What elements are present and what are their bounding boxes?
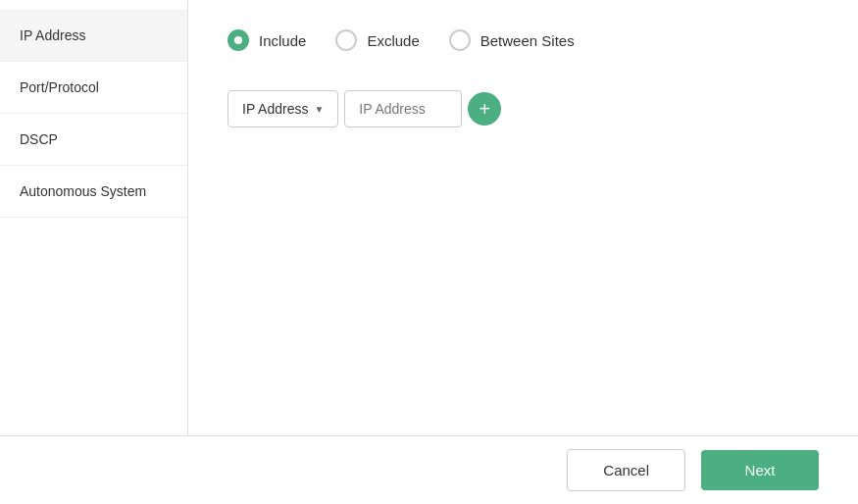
sidebar: IP Address Port/Protocol DSCP Autonomous… bbox=[0, 0, 188, 504]
sidebar-ip-address-label: IP Address bbox=[20, 27, 85, 43]
sidebar-item-dscp[interactable]: DSCP bbox=[0, 114, 187, 166]
ip-type-dropdown[interactable]: IP Address ▼ bbox=[227, 90, 338, 127]
sidebar-dscp-label: DSCP bbox=[20, 131, 58, 147]
main-container: IP Address Port/Protocol DSCP Autonomous… bbox=[0, 0, 858, 504]
radio-label-between-sites: Between Sites bbox=[480, 32, 575, 49]
radio-option-exclude[interactable]: Exclude bbox=[335, 29, 419, 51]
radio-circle-exclude bbox=[335, 29, 357, 51]
sidebar-item-ip-address[interactable]: IP Address bbox=[0, 10, 187, 62]
bottom-bar: Cancel Next bbox=[0, 435, 858, 504]
sidebar-autonomous-system-label: Autonomous System bbox=[20, 183, 146, 199]
plus-icon: + bbox=[479, 99, 491, 119]
sidebar-item-port-protocol[interactable]: Port/Protocol bbox=[0, 62, 187, 114]
sidebar-port-protocol-label: Port/Protocol bbox=[20, 79, 99, 95]
add-button[interactable]: + bbox=[468, 92, 501, 126]
sidebar-item-autonomous-system[interactable]: Autonomous System bbox=[0, 166, 187, 218]
radio-option-between-sites[interactable]: Between Sites bbox=[449, 29, 575, 51]
cancel-button[interactable]: Cancel bbox=[567, 449, 685, 491]
radio-circle-include bbox=[227, 29, 249, 51]
radio-label-include: Include bbox=[259, 32, 306, 49]
input-row: IP Address ▼ + bbox=[227, 90, 819, 127]
next-button[interactable]: Next bbox=[701, 450, 819, 490]
content-area: Include Exclude Between Sites IP Address… bbox=[188, 0, 858, 504]
radio-circle-between-sites bbox=[449, 29, 471, 51]
ip-address-input[interactable] bbox=[344, 90, 462, 127]
radio-group: Include Exclude Between Sites bbox=[227, 29, 819, 51]
radio-label-exclude: Exclude bbox=[367, 32, 419, 49]
chevron-down-icon: ▼ bbox=[314, 104, 324, 115]
radio-option-include[interactable]: Include bbox=[227, 29, 306, 51]
dropdown-label: IP Address bbox=[242, 101, 308, 117]
